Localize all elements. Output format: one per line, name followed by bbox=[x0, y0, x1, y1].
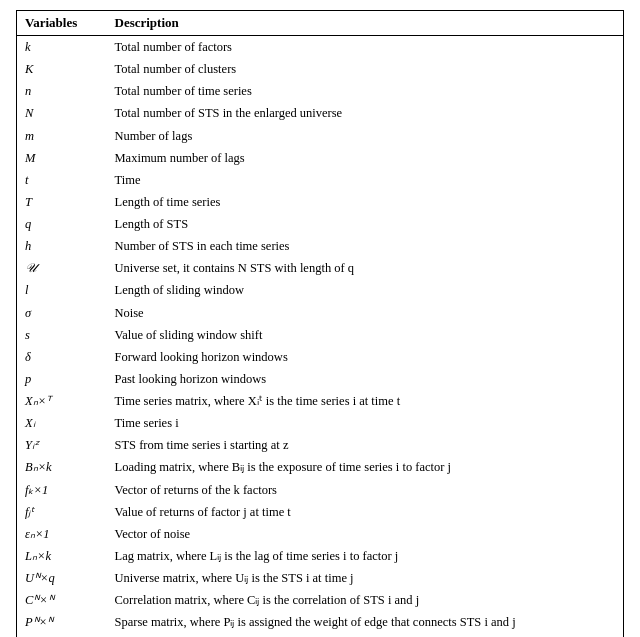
description-cell: Total number of time series bbox=[107, 80, 624, 102]
description-cell: Total number of factors bbox=[107, 36, 624, 59]
variables-table: Variables Description kTotal number of f… bbox=[16, 10, 624, 637]
description-cell: Similarity matrix, where Gᵢⱼ is the simi… bbox=[107, 633, 624, 637]
table-row: qLength of STS bbox=[17, 213, 624, 235]
description-cell: Sparse matrix, where Pᵢⱼ is assigned the… bbox=[107, 611, 624, 633]
description-cell: Forward looking horizon windows bbox=[107, 346, 624, 368]
table-row: fⱼᵗValue of returns of factor j at time … bbox=[17, 501, 624, 523]
variable-cell: Xₙ×ᵀ bbox=[17, 390, 107, 412]
variable-cell: h bbox=[17, 235, 107, 257]
description-cell: Lag matrix, where Lᵢⱼ is the lag of time… bbox=[107, 545, 624, 567]
variable-cell: p bbox=[17, 368, 107, 390]
table-row: εₙ×1Vector of noise bbox=[17, 523, 624, 545]
description-cell: Noise bbox=[107, 302, 624, 324]
description-cell: Vector of noise bbox=[107, 523, 624, 545]
table-row: nTotal number of time series bbox=[17, 80, 624, 102]
variable-cell: fₖ×1 bbox=[17, 479, 107, 501]
table-row: YᵢᶻSTS from time series i starting at z bbox=[17, 434, 624, 456]
variable-cell: 𝒰 bbox=[17, 257, 107, 279]
description-cell: Total number of STS in the enlarged univ… bbox=[107, 102, 624, 124]
table-row: Uᴺ×qUniverse matrix, where Uᵢⱼ is the ST… bbox=[17, 567, 624, 589]
variable-cell: Uᴺ×q bbox=[17, 567, 107, 589]
table-row: Gᴺ×ᴺSimilarity matrix, where Gᵢⱼ is the … bbox=[17, 633, 624, 637]
col-header-variables: Variables bbox=[17, 11, 107, 36]
description-cell: Number of lags bbox=[107, 125, 624, 147]
variable-cell: s bbox=[17, 324, 107, 346]
variable-cell: εₙ×1 bbox=[17, 523, 107, 545]
variable-cell: m bbox=[17, 125, 107, 147]
description-cell: Value of returns of factor j at time t bbox=[107, 501, 624, 523]
variable-cell: Bₙ×k bbox=[17, 456, 107, 478]
table-row: Pᴺ×ᴺSparse matrix, where Pᵢⱼ is assigned… bbox=[17, 611, 624, 633]
description-cell: Universe set, it contains N STS with len… bbox=[107, 257, 624, 279]
table-row: XᵢTime series i bbox=[17, 412, 624, 434]
table-row: σNoise bbox=[17, 302, 624, 324]
description-cell: Length of time series bbox=[107, 191, 624, 213]
variable-cell: K bbox=[17, 58, 107, 80]
description-cell: Number of STS in each time series bbox=[107, 235, 624, 257]
variable-cell: Xᵢ bbox=[17, 412, 107, 434]
table-row: MMaximum number of lags bbox=[17, 147, 624, 169]
variable-cell: δ bbox=[17, 346, 107, 368]
table-row: lLength of sliding window bbox=[17, 279, 624, 301]
description-cell: Vector of returns of the k factors bbox=[107, 479, 624, 501]
variable-cell: σ bbox=[17, 302, 107, 324]
description-cell: Past looking horizon windows bbox=[107, 368, 624, 390]
variable-cell: Pᴺ×ᴺ bbox=[17, 611, 107, 633]
table-row: Xₙ×ᵀTime series matrix, where Xᵢᵗ is the… bbox=[17, 390, 624, 412]
table-row: hNumber of STS in each time series bbox=[17, 235, 624, 257]
description-cell: Universe matrix, where Uᵢⱼ is the STS i … bbox=[107, 567, 624, 589]
description-cell: Maximum number of lags bbox=[107, 147, 624, 169]
description-cell: Correlation matrix, where Cᵢⱼ is the cor… bbox=[107, 589, 624, 611]
description-cell: Time series matrix, where Xᵢᵗ is the tim… bbox=[107, 390, 624, 412]
table-row: Lₙ×kLag matrix, where Lᵢⱼ is the lag of … bbox=[17, 545, 624, 567]
variable-cell: l bbox=[17, 279, 107, 301]
variable-cell: Yᵢᶻ bbox=[17, 434, 107, 456]
variable-cell: k bbox=[17, 36, 107, 59]
table-row: NTotal number of STS in the enlarged uni… bbox=[17, 102, 624, 124]
table-row: Bₙ×kLoading matrix, where Bᵢⱼ is the exp… bbox=[17, 456, 624, 478]
description-cell: Value of sliding window shift bbox=[107, 324, 624, 346]
description-cell: STS from time series i starting at z bbox=[107, 434, 624, 456]
description-cell: Length of STS bbox=[107, 213, 624, 235]
variable-cell: n bbox=[17, 80, 107, 102]
description-cell: Time series i bbox=[107, 412, 624, 434]
table-row: kTotal number of factors bbox=[17, 36, 624, 59]
table-row: Cᴺ×ᴺCorrelation matrix, where Cᵢⱼ is the… bbox=[17, 589, 624, 611]
table-row: KTotal number of clusters bbox=[17, 58, 624, 80]
description-cell: Total number of clusters bbox=[107, 58, 624, 80]
table-row: tTime bbox=[17, 169, 624, 191]
variable-cell: Lₙ×k bbox=[17, 545, 107, 567]
table-row: 𝒰Universe set, it contains N STS with le… bbox=[17, 257, 624, 279]
variable-cell: Cᴺ×ᴺ bbox=[17, 589, 107, 611]
description-cell: Loading matrix, where Bᵢⱼ is the exposur… bbox=[107, 456, 624, 478]
col-header-description: Description bbox=[107, 11, 624, 36]
table-row: pPast looking horizon windows bbox=[17, 368, 624, 390]
variable-cell: q bbox=[17, 213, 107, 235]
variable-cell: N bbox=[17, 102, 107, 124]
variable-cell: t bbox=[17, 169, 107, 191]
table-row: mNumber of lags bbox=[17, 125, 624, 147]
description-cell: Time bbox=[107, 169, 624, 191]
table-row: fₖ×1Vector of returns of the k factors bbox=[17, 479, 624, 501]
table-row: δForward looking horizon windows bbox=[17, 346, 624, 368]
description-cell: Length of sliding window bbox=[107, 279, 624, 301]
table-row: TLength of time series bbox=[17, 191, 624, 213]
table-row: sValue of sliding window shift bbox=[17, 324, 624, 346]
variable-cell: Gᴺ×ᴺ bbox=[17, 633, 107, 637]
variable-cell: fⱼᵗ bbox=[17, 501, 107, 523]
variable-cell: M bbox=[17, 147, 107, 169]
variable-cell: T bbox=[17, 191, 107, 213]
